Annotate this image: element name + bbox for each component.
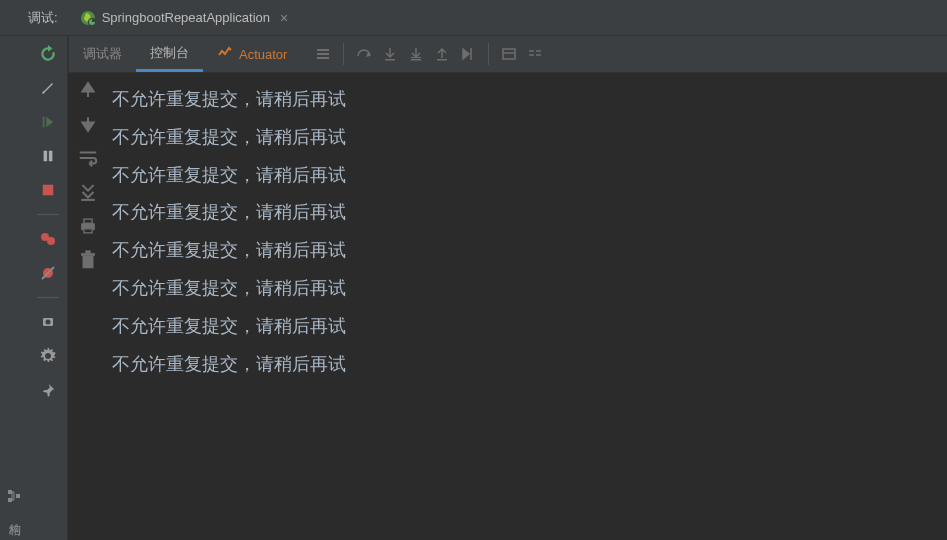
svg-rect-25 <box>85 250 91 253</box>
debug-sub-bar: 调试器 控制台 Actuator <box>68 36 947 73</box>
svg-rect-23 <box>83 256 94 268</box>
svg-rect-15 <box>411 59 421 61</box>
scroll-down-icon[interactable] <box>77 113 99 135</box>
trace-button[interactable] <box>523 42 547 66</box>
clear-button[interactable] <box>77 249 99 271</box>
tab-console-label: 控制台 <box>150 44 189 62</box>
console-line: 不允许重复提交，请稍后再试 <box>112 81 943 119</box>
soft-wrap-button[interactable] <box>77 147 99 169</box>
rerun-button[interactable] <box>36 42 60 66</box>
console-output[interactable]: 不允许重复提交，请稍后再试不允许重复提交，请稍后再试不允许重复提交，请稍后再试不… <box>108 73 947 540</box>
svg-rect-14 <box>385 59 395 61</box>
run-to-cursor-button[interactable] <box>456 42 480 66</box>
tab-actuator[interactable]: Actuator <box>203 36 301 72</box>
console-line: 不允许重复提交，请稍后再试 <box>112 308 943 346</box>
step-into-button[interactable] <box>378 42 402 66</box>
pin-button[interactable] <box>36 378 60 402</box>
console-line: 不允许重复提交，请稍后再试 <box>112 157 943 195</box>
view-breakpoints-button[interactable] <box>36 227 60 251</box>
print-button[interactable] <box>77 215 99 237</box>
debug-toolbar <box>301 36 547 72</box>
stop-button[interactable] <box>36 178 60 202</box>
mute-breakpoints-button[interactable] <box>36 261 60 285</box>
run-config-tab[interactable]: SpringbootRepeatApplication × <box>68 0 301 35</box>
scroll-up-icon[interactable] <box>77 79 99 101</box>
svg-rect-7 <box>48 151 52 162</box>
svg-rect-17 <box>437 59 447 61</box>
svg-rect-22 <box>84 229 92 233</box>
svg-rect-6 <box>43 151 47 162</box>
tool-window-strip: 结构 <box>0 0 28 540</box>
separator <box>488 43 489 65</box>
svg-point-10 <box>47 237 55 245</box>
evaluate-expression-button[interactable] <box>497 42 521 66</box>
svg-point-13 <box>45 320 50 325</box>
console-line: 不允许重复提交，请稍后再试 <box>112 119 943 157</box>
resume-button[interactable] <box>36 110 60 134</box>
structure-tab-label[interactable]: 结构 <box>6 508 23 520</box>
separator <box>343 43 344 65</box>
svg-rect-1 <box>8 498 12 502</box>
console-line: 不允许重复提交，请稍后再试 <box>112 270 943 308</box>
separator <box>37 297 59 298</box>
debug-label: 调试: <box>0 9 68 27</box>
svg-rect-2 <box>16 494 20 498</box>
structure-icon <box>6 488 22 504</box>
tab-actuator-label: Actuator <box>239 47 287 62</box>
console-line: 不允许重复提交，请稍后再试 <box>112 346 943 384</box>
debug-settings-button[interactable] <box>36 344 60 368</box>
actuator-icon <box>217 45 233 64</box>
thread-dump-button[interactable] <box>36 310 60 334</box>
console-line: 不允许重复提交，请稍后再试 <box>112 232 943 270</box>
spring-run-icon <box>80 10 96 26</box>
svg-rect-21 <box>84 219 92 223</box>
tab-console[interactable]: 控制台 <box>136 36 203 72</box>
debug-controls <box>28 36 68 540</box>
run-config-name: SpringbootRepeatApplication <box>102 10 270 25</box>
scroll-to-end-button[interactable] <box>77 181 99 203</box>
pause-button[interactable] <box>36 144 60 168</box>
svg-rect-5 <box>42 117 44 128</box>
tab-debugger-label: 调试器 <box>83 45 122 63</box>
show-execution-point-button[interactable] <box>311 42 335 66</box>
tab-debugger[interactable]: 调试器 <box>69 36 136 72</box>
svg-rect-18 <box>503 49 515 59</box>
close-icon[interactable]: × <box>276 10 288 26</box>
svg-rect-0 <box>8 490 12 494</box>
console-gutter <box>68 73 108 540</box>
console-panel: 不允许重复提交，请稍后再试不允许重复提交，请稍后再试不允许重复提交，请稍后再试不… <box>68 73 947 540</box>
svg-rect-8 <box>42 185 53 196</box>
step-over-button[interactable] <box>352 42 376 66</box>
settings-button[interactable] <box>36 76 60 100</box>
debug-top-bar: 调试: SpringbootRepeatApplication × <box>0 0 947 36</box>
separator <box>37 214 59 215</box>
svg-rect-24 <box>81 253 95 256</box>
svg-rect-19 <box>81 199 95 201</box>
svg-rect-16 <box>411 57 421 58</box>
console-line: 不允许重复提交，请稍后再试 <box>112 194 943 232</box>
step-out-button[interactable] <box>430 42 454 66</box>
force-step-into-button[interactable] <box>404 42 428 66</box>
